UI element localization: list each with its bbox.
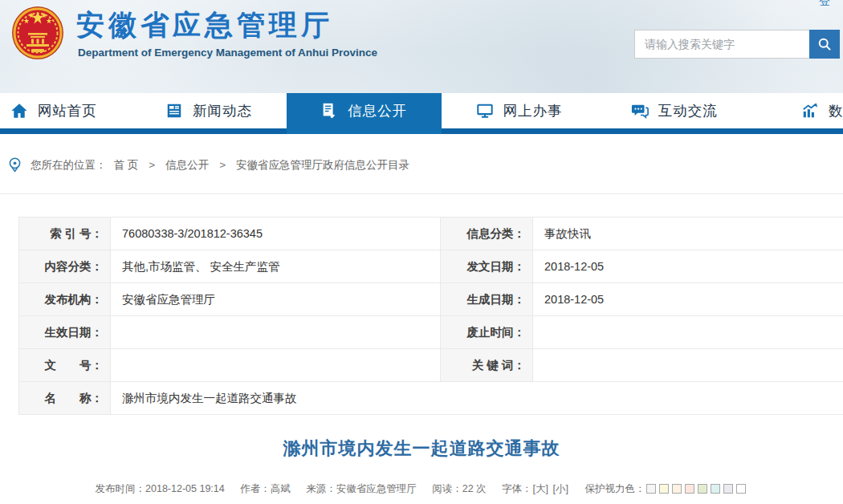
eye-color-swatch[interactable] (672, 484, 682, 494)
eye-protection-control: 保护视力色： (584, 483, 747, 494)
font-small-button[interactable]: [小] (553, 483, 568, 494)
breadcrumb: 您所在的位置：首 页>信息公开>安徽省应急管理厅政府信息公开目录 (0, 134, 843, 194)
table-row: 发布机构： 安徽省应急管理厅 生成日期： 2018-12-05 (19, 283, 843, 316)
nav-item-info-disclosure[interactable]: 信息公开 (287, 93, 442, 134)
field-value (111, 349, 441, 382)
eye-color-swatch[interactable] (736, 484, 746, 494)
document-info-table: 索 引 号： 76080338-3/201812-36345 信息分类： 事故快… (18, 217, 843, 415)
nav-item-online-services[interactable]: 网上办事 (442, 93, 597, 134)
breadcrumb-separator: > (149, 159, 155, 171)
table-row: 生效日期： 废止时间： (19, 316, 843, 349)
site-title: 安徽省应急管理厅 (76, 6, 333, 44)
eye-color-swatch[interactable] (698, 484, 707, 494)
nav-item-label: 网站首页 (38, 101, 97, 120)
main-nav: 网站首页 新闻动态 (0, 93, 843, 134)
publish-time: 发布时间：2018-12-05 19:14 (96, 483, 225, 494)
read-count: 阅读：22 次 (432, 483, 486, 494)
article-meta: 发布时间：2018-12-05 19:14 作者：高斌 来源：安徽省应急管理厅 … (0, 482, 843, 496)
search-input[interactable] (634, 30, 809, 59)
field-value: 2018-12-05 (533, 250, 843, 283)
author: 作者：高斌 (240, 483, 291, 494)
home-icon (10, 102, 28, 120)
table-row: 名 称： 滁州市境内发生一起道路交通事故 (19, 382, 843, 415)
eye-color-swatch[interactable] (646, 484, 656, 494)
field-label: 名 称： (19, 382, 111, 415)
field-value (533, 349, 843, 382)
eye-protection-label: 保护视力色： (584, 483, 645, 494)
document-icon (320, 102, 338, 120)
field-label: 生效日期： (19, 316, 111, 349)
eye-color-swatch[interactable] (711, 484, 720, 494)
field-value (533, 316, 843, 349)
field-label: 关 键 词： (441, 349, 533, 382)
font-size-label: 字体： (502, 483, 532, 494)
nav-item-label: 数据 (829, 101, 843, 120)
field-value: 滁州市境内发生一起道路交通事故 (111, 382, 843, 415)
breadcrumb-catalog-link[interactable]: 安徽省应急管理厅政府信息公开目录 (236, 158, 409, 173)
field-label: 生成日期： (441, 283, 533, 316)
field-value: 其他,市场监管、 安全生产监管 (111, 250, 441, 283)
field-value: 安徽省应急管理厅 (111, 283, 441, 316)
location-pin-icon (6, 156, 23, 173)
field-value: 事故快讯 (533, 217, 843, 250)
search-icon (817, 36, 833, 52)
search-button[interactable] (809, 30, 840, 59)
table-row: 内容分类： 其他,市场监管、 安全生产监管 发文日期： 2018-12-05 (19, 250, 843, 283)
field-value (111, 316, 441, 349)
chart-icon (801, 102, 819, 120)
news-icon (165, 102, 183, 120)
chat-icon (631, 102, 649, 120)
nav-item-label: 网上办事 (503, 101, 563, 120)
site-subtitle: Department of Emergency Management of An… (78, 47, 377, 59)
eye-color-swatch[interactable] (723, 484, 733, 494)
nav-item-label: 互动交流 (658, 101, 718, 120)
breadcrumb-prefix: 您所在的位置： (31, 158, 107, 173)
font-size-control: 字体：[大] [小] (502, 483, 569, 494)
field-value: 76080338-3/201812-36345 (111, 217, 441, 250)
breadcrumb-home-link[interactable]: 首 页 (114, 158, 139, 173)
nav-item-label: 新闻动态 (193, 101, 252, 120)
nav-item-interaction[interactable]: 互动交流 (597, 93, 751, 134)
field-label: 文 号： (19, 349, 111, 382)
nav-item-news[interactable]: 新闻动态 (131, 93, 286, 134)
search-bar (634, 30, 840, 59)
field-label: 信息分类： (441, 217, 533, 250)
eye-color-swatch[interactable] (685, 484, 694, 494)
field-label: 索 引 号： (19, 217, 111, 250)
field-label: 内容分类： (19, 250, 111, 283)
source: 来源：安徽省应急管理厅 (306, 483, 417, 494)
nav-item-label: 信息公开 (348, 101, 407, 120)
font-large-button[interactable]: [大] (533, 483, 548, 494)
field-label: 废止时间： (441, 316, 533, 349)
nav-item-data[interactable]: 数据 (751, 93, 843, 134)
article-title: 滁州市境内发生一起道路交通事故 (0, 437, 843, 461)
table-row: 索 引 号： 76080338-3/201812-36345 信息分类： 事故快… (19, 217, 843, 250)
nav-item-home[interactable]: 网站首页 (0, 93, 131, 134)
monitor-icon (476, 102, 494, 120)
field-value: 2018-12-05 (533, 283, 843, 316)
site-header: 安徽省应急管理厅 Department of Emergency Managem… (0, 0, 843, 93)
eye-color-swatch[interactable] (659, 484, 669, 494)
login-link[interactable]: 登 (819, 0, 830, 9)
breadcrumb-info-link[interactable]: 信息公开 (165, 158, 209, 173)
breadcrumb-separator: > (219, 159, 226, 171)
field-label: 发文日期： (441, 250, 533, 283)
field-label: 发布机构： (19, 283, 111, 316)
national-emblem-logo (10, 5, 65, 63)
table-row: 文 号： 关 键 词： (19, 349, 843, 382)
